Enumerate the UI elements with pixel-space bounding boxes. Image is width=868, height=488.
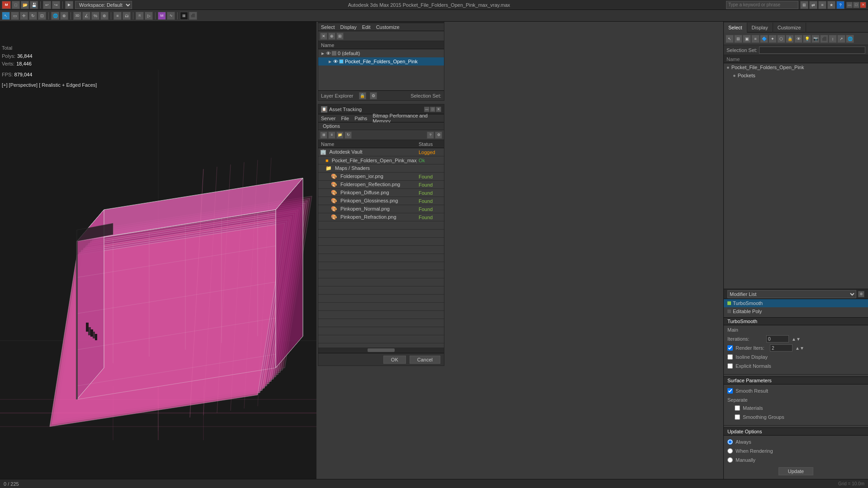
render-setup-icon[interactable]: R	[136, 12, 144, 20]
at-server-menu[interactable]: Server	[320, 116, 336, 121]
sfs-tool1[interactable]: ↖	[726, 35, 734, 43]
sfs-row-folder[interactable]: ● Pocket_File_Folders_Open_Pink	[724, 63, 868, 71]
at-row-normal[interactable]: 🎨 Pinkopen_Normal.png Found	[318, 205, 444, 213]
at-file-menu[interactable]: File	[340, 116, 350, 121]
mod-editpoly[interactable]: Editable Poly	[724, 307, 868, 315]
scene-explorer-icon[interactable]: 🗂	[123, 12, 131, 20]
expand-icon-folder[interactable]: ▶	[327, 59, 333, 64]
uo-manually-radio[interactable]	[727, 457, 733, 463]
at-close-btn[interactable]: ✕	[436, 107, 441, 112]
at-settings[interactable]: ⚙	[435, 131, 442, 139]
percent-snap-icon[interactable]: %	[91, 12, 99, 20]
sfs-tool3[interactable]: ▣	[743, 35, 751, 43]
sfs-tool10[interactable]: 💡	[803, 35, 811, 43]
sfs-tool11[interactable]: 📷	[811, 35, 820, 43]
close-btn[interactable]: ✕	[860, 2, 866, 8]
sfs-tool6[interactable]: ✦	[769, 35, 777, 43]
render-frame-icon[interactable]: ▷	[145, 12, 153, 20]
redo-icon[interactable]: ↪	[52, 1, 60, 9]
ts-isoline-check[interactable]	[727, 354, 733, 360]
mod-turbosmooth[interactable]: TurboSmooth	[724, 299, 868, 307]
new-icon[interactable]: □	[12, 1, 20, 9]
sp-smooth-check[interactable]	[727, 388, 733, 394]
sfs-tool12[interactable]: ⬛	[820, 35, 828, 43]
sp-section-header[interactable]: Surface Parameters	[724, 376, 868, 385]
snap-3d-icon[interactable]: 3D	[73, 12, 81, 20]
at-row-reflection[interactable]: 🎨 Folderopen_Reflection.png Found	[318, 181, 444, 189]
ts-section-header[interactable]: TurboSmooth	[724, 317, 868, 325]
save-icon[interactable]: 💾	[30, 1, 38, 9]
tab-customize[interactable]: Customize	[773, 23, 806, 33]
select-region-icon[interactable]: ▭	[11, 12, 19, 20]
sp-materials-check[interactable]	[735, 405, 740, 411]
at-help[interactable]: ?	[427, 131, 434, 139]
mirror-icon[interactable]: ⇄	[809, 1, 817, 9]
ts-render-iters-spinner[interactable]: ▲▼	[795, 346, 804, 351]
ts-render-iters-check[interactable]	[727, 345, 733, 351]
se-display-menu[interactable]: Display	[340, 24, 358, 30]
at-ok-btn[interactable]: OK	[383, 356, 406, 364]
uo-update-btn[interactable]: Update	[778, 467, 813, 475]
at-row-glossiness[interactable]: 🎨 Pinkopen_Glossiness.png Found	[318, 197, 444, 205]
move-icon[interactable]: ✛	[20, 12, 28, 20]
at-horizontal-scrollbar[interactable]	[318, 347, 444, 353]
pivot-icon[interactable]: ⊕	[60, 12, 68, 20]
at-paths-menu[interactable]: Paths	[354, 116, 368, 121]
at-row-autodesk[interactable]: 🏢 Autodesk Vault Logged	[318, 148, 444, 156]
modifier-list-dropdown[interactable]: Modifier List	[727, 290, 856, 298]
select-object-icon[interactable]: ↖	[2, 12, 10, 20]
se-toolbar-icon3[interactable]: ⊞	[336, 33, 344, 40]
ts-explicit-check[interactable]	[727, 363, 733, 369]
sfs-tool4[interactable]: ≡	[751, 35, 760, 43]
angle-snap-icon[interactable]: ∠	[82, 12, 90, 20]
sfs-tool8[interactable]: 🔒	[786, 35, 794, 43]
se-select-menu[interactable]: Select	[320, 24, 336, 30]
se-toolbar-icon1[interactable]: ✕	[320, 33, 327, 40]
sfs-tool9[interactable]: 👁	[794, 35, 802, 43]
ts-iters-input[interactable]	[766, 335, 789, 343]
align-icon[interactable]: ≡	[818, 1, 826, 9]
at-scrollbar-thumb[interactable]	[368, 348, 395, 352]
at-tool1[interactable]: ⊞	[320, 131, 327, 139]
spinner-snap-icon[interactable]: ⊛	[100, 12, 108, 20]
scale-icon[interactable]: ⊡	[38, 12, 46, 20]
workspace-selector[interactable]: Workspace: Default	[75, 1, 132, 9]
sfs-row-pockets[interactable]: ● Pockets	[724, 71, 868, 80]
maximize-btn[interactable]: □	[853, 2, 859, 8]
at-row-maps[interactable]: 📁 Maps / Shaders	[318, 164, 444, 173]
help-icon[interactable]: ?	[836, 1, 844, 9]
se-footer-icon2[interactable]: ⚙	[370, 92, 377, 99]
viewport-shading1[interactable]: ▦	[180, 12, 188, 20]
ts-render-iters-input[interactable]	[770, 344, 793, 352]
snap-icon[interactable]: ⊞	[800, 1, 808, 9]
minimize-btn[interactable]: —	[846, 2, 853, 8]
star-icon[interactable]: ★	[827, 1, 835, 9]
se-layer-default[interactable]: ▶ 👁 0 (default)	[318, 49, 444, 57]
at-options-menu[interactable]: Options	[322, 123, 341, 129]
se-toolbar-icon2[interactable]: ⊕	[328, 33, 335, 40]
ts-iters-spinner[interactable]: ▲▼	[792, 337, 801, 342]
tab-display[interactable]: Display	[747, 23, 773, 33]
at-row-ior[interactable]: 🎨 Folderopen_ior.png Found	[318, 173, 444, 181]
at-row-maxfile[interactable]: ■ Pocket_File_Folders_Open_Pink_max_vray…	[318, 156, 444, 164]
at-row-refraction[interactable]: 🎨 Pinkopen_Refraction.png Found	[318, 213, 444, 221]
sfs-tool13[interactable]: ↕	[829, 35, 837, 43]
undo-icon[interactable]: ↩	[43, 1, 51, 9]
se-customize-menu[interactable]: Customize	[375, 24, 401, 30]
curve-editor-icon[interactable]: ∿	[167, 12, 175, 20]
open-icon[interactable]: 📂	[21, 1, 29, 9]
at-minimize-btn[interactable]: —	[424, 107, 429, 112]
at-tool3[interactable]: 📁	[336, 131, 344, 139]
material-editor-icon[interactable]: M	[158, 12, 166, 20]
se-edit-menu[interactable]: Edit	[361, 24, 372, 30]
sp-smoothing-check[interactable]	[735, 414, 740, 420]
rotate-icon[interactable]: ↻	[29, 12, 37, 20]
at-tool2[interactable]: ≡	[328, 131, 335, 139]
sfs-tool15[interactable]: 🌐	[846, 35, 854, 43]
sfs-tool5[interactable]: 🔷	[760, 35, 768, 43]
sfs-selection-input[interactable]	[759, 47, 865, 54]
uo-rendering-radio[interactable]	[727, 448, 733, 454]
expand-icon[interactable]: ▶	[320, 51, 326, 56]
search-input[interactable]	[726, 1, 798, 9]
app-logo[interactable]: M	[2, 1, 11, 9]
